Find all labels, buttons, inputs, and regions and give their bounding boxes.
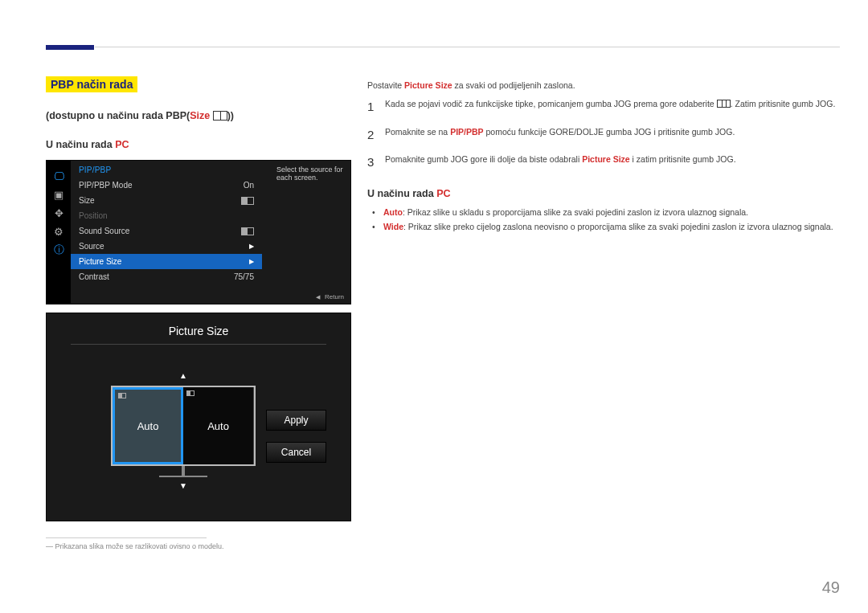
osd-ps-label: Picture Size: [79, 257, 121, 266]
osd-contrast-value: 75/75: [234, 272, 254, 281]
monitor-diagram: ▲ Auto Auto ▼: [111, 386, 256, 466]
mode-pc: PC: [115, 139, 129, 150]
step-2-text: Pomaknite se na PIP/PBP pomoću funkcije …: [385, 126, 735, 145]
wide-text: : Prikaz slike preko cijelog zaslona neo…: [403, 222, 833, 231]
mode-prefix: U načinu rada: [46, 139, 115, 150]
step-number: 2: [367, 126, 385, 145]
left-column: PBP način rada (dostupno u načinu rada P…: [46, 76, 351, 550]
step-1: 1 Kada se pojavi vodič za funkcijske tip…: [367, 98, 836, 116]
subheading-suffix: )): [227, 110, 234, 121]
osd-row-size: Size: [71, 193, 262, 208]
pip-icon: ▣: [51, 186, 67, 202]
mode-heading: U načinu rada PC: [46, 139, 351, 150]
osd-row-mode: PIP/PBP Mode On: [71, 178, 262, 193]
picsize-title: Picture Size: [47, 313, 350, 337]
page-number: 49: [822, 578, 840, 597]
intro-bold: Picture Size: [404, 80, 452, 90]
monitor-icon: 🖵: [51, 168, 67, 184]
mode-heading-right: U načinu rada PC: [367, 188, 836, 199]
intro-suffix: za svaki od podijeljenih zaslona.: [452, 80, 575, 90]
osd-row-contrast: Contrast 75/75: [71, 269, 262, 284]
chevron-left-icon: ◀: [316, 294, 320, 300]
step-3: 3 Pomaknite gumb JOG gore ili dolje da b…: [367, 153, 836, 172]
right-screen: Auto: [183, 387, 254, 464]
right-screen-label: Auto: [207, 420, 229, 432]
info-icon: ⓘ: [51, 242, 67, 258]
intro-text: Postavite Picture Size za svaki od podij…: [367, 80, 836, 90]
picture-size-screenshot: Picture Size ▲ Auto Auto ▼ Apply Cancel: [46, 313, 351, 521]
step-number: 1: [367, 98, 385, 116]
osd-source-label: Source: [79, 242, 104, 251]
bullet-wide: Wide: Prikaz slike preko cijelog zaslona…: [383, 220, 836, 234]
mini-split-icon: [186, 390, 194, 396]
step2-b: PIP/PBP: [450, 127, 483, 137]
osd-mode-value: On: [244, 181, 254, 190]
osd-sidebar: 🖵 ▣ ✥ ⚙ ⓘ: [47, 161, 71, 304]
step-1-text: Kada se pojavi vodič za funkcijske tipke…: [385, 98, 835, 116]
auto-label: Auto: [383, 207, 403, 217]
menu-grid-icon: [717, 100, 731, 108]
half-split-icon: [241, 197, 254, 205]
step3-b: Picture Size: [582, 154, 630, 164]
step3-a: Pomaknite gumb JOG gore ili dolje da bis…: [385, 154, 582, 164]
wide-label: Wide: [383, 222, 403, 231]
availability-subheading: (dostupno u načinu rada PBP(Size )): [46, 110, 351, 121]
osd-main: PIP/PBP PIP/PBP Mode On Size Position So…: [71, 161, 262, 304]
bullet-auto: Auto: Prikaz slike u skladu s proporcija…: [383, 206, 836, 219]
chevron-right-icon: ▶: [249, 243, 254, 250]
step2-c: pomoću funkcije GORE/DOLJE gumba JOG i p…: [484, 127, 735, 137]
chevron-up-icon: ▲: [179, 371, 187, 380]
section-title: PBP način rada: [46, 76, 137, 92]
step-number: 3: [367, 153, 385, 172]
right-column: Postavite Picture Size za svaki od podij…: [367, 80, 836, 235]
position-icon: ✥: [51, 205, 67, 221]
cancel-button[interactable]: Cancel: [266, 442, 326, 463]
footnote-marker: ―: [46, 542, 53, 550]
step3-c: i zatim pritisnite gumb JOG.: [630, 154, 736, 164]
left-screen-selected: Auto: [113, 387, 183, 464]
steps-list: 1 Kada se pojavi vodič za funkcijske tip…: [367, 98, 836, 172]
step-2: 2 Pomaknite se na PIP/PBP pomoću funkcij…: [367, 126, 836, 145]
footnote: ― Prikazana slika može se razlikovati ov…: [46, 542, 351, 550]
step-3-text: Pomaknite gumb JOG gore ili dolje da bis…: [385, 153, 736, 172]
return-label: Return: [325, 293, 344, 300]
osd-row-position: Position: [71, 208, 262, 223]
mini-split-icon: [118, 393, 126, 398]
header-rule: [95, 47, 840, 47]
mode-pc-r: PC: [436, 188, 450, 199]
chevron-right-icon: ▶: [249, 258, 254, 265]
step2-a: Pomaknite se na: [385, 127, 450, 137]
bullet-list: Auto: Prikaz slike u skladu s proporcija…: [367, 206, 836, 235]
osd-mode-label: PIP/PBP Mode: [79, 181, 133, 190]
osd-size-label: Size: [79, 196, 94, 205]
osd-help-text: Select the source for each screen.: [270, 161, 350, 304]
mode-prefix-r: U načinu rada: [367, 188, 436, 199]
osd-position-label: Position: [79, 211, 108, 220]
divider: [71, 344, 326, 345]
auto-text: : Prikaz slike u skladu s proporcijama s…: [403, 207, 748, 217]
step1-a: Kada se pojavi vodič za funkcijske tipke…: [385, 99, 717, 108]
left-screen-label: Auto: [137, 420, 159, 432]
osd-row-sound: Sound Source: [71, 223, 262, 239]
osd-contrast-label: Contrast: [79, 272, 109, 281]
pbp-split-icon: [213, 111, 227, 121]
subheading-prefix: (dostupno u načinu rada PBP(: [46, 110, 190, 121]
header-accent: [46, 45, 94, 50]
intro-prefix: Postavite: [367, 80, 404, 90]
osd-sound-label: Sound Source: [79, 227, 129, 235]
apply-button[interactable]: Apply: [266, 410, 326, 431]
half-split-icon: [241, 227, 254, 235]
footnote-text: Prikazana slika može se razlikovati ovis…: [55, 542, 224, 550]
settings-icon: ⚙: [51, 223, 67, 239]
osd-row-source: Source ▶: [71, 239, 262, 254]
action-buttons: Apply Cancel: [266, 410, 326, 474]
osd-row-picturesize: Picture Size ▶: [71, 254, 262, 269]
footnote-rule: [46, 537, 207, 538]
osd-menu-screenshot: 🖵 ▣ ✥ ⚙ ⓘ PIP/PBP PIP/PBP Mode On Size P…: [46, 160, 351, 304]
monitor-frame: Auto Auto: [111, 386, 256, 466]
osd-heading: PIP/PBP: [71, 161, 262, 178]
chevron-down-icon: ▼: [179, 481, 187, 490]
subheading-size: Size: [190, 110, 210, 121]
step1-b: . Zatim pritisnite gumb JOG.: [731, 99, 836, 108]
monitor-stand-icon: [182, 466, 185, 476]
